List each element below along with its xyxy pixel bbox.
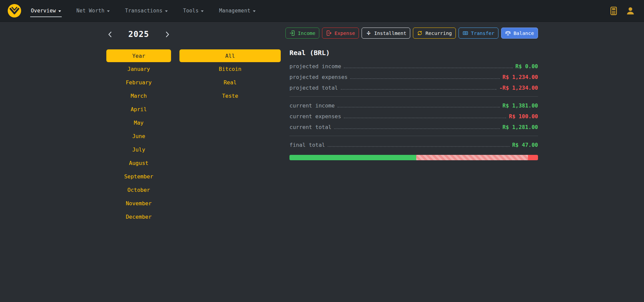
month-december[interactable]: December [106,210,171,223]
month-february[interactable]: February [106,76,171,89]
month-july[interactable]: July [106,143,171,156]
coin-logo-icon [7,4,21,18]
nav-net-worth[interactable]: Net Worth [76,4,110,17]
box-arrow-right-icon [326,30,332,36]
arrow-repeat-icon [417,30,423,36]
chevron-down-icon [253,10,256,12]
progress-income-segment [289,155,416,160]
dotted-leader [344,118,506,118]
summary-row-value: R$ 47.00 [512,142,538,148]
summary-row-value: R$ 1,234.00 [502,74,538,80]
divide-icon: ÷ [366,30,371,36]
chevron-down-icon [165,10,168,12]
account-item-teste[interactable]: Teste [179,89,281,102]
installment-button-label: Installment [374,31,406,36]
summary-row-label: projected expenses [289,74,347,80]
user-menu-button[interactable] [624,5,637,17]
nav-transactions-label: Transactions [125,8,163,14]
nav-management[interactable]: Management [218,4,256,17]
dotted-leader [350,78,500,79]
section-divider [289,136,538,136]
calculator-icon [609,6,618,15]
month-october[interactable]: October [106,183,171,197]
progress-over-segment [528,155,538,160]
chevron-right-icon [165,31,170,38]
user-icon [626,6,635,16]
summary-row-label: projected income [289,63,341,70]
summary-rows: projected income R$ 0.00 projected expen… [289,61,538,150]
summary-row-label: current income [289,102,335,109]
month-september[interactable]: September [106,170,171,183]
balance-button-label: Balance [514,31,534,36]
summary-row-value: R$ 1,281.00 [502,124,538,130]
summary-row-current-total: current total R$ 1,281.00 [289,122,538,132]
account-item-bitcoin[interactable]: Bitcoin [179,62,281,76]
summary-row-label: current expenses [289,113,341,120]
period-selector: 2025 Year January February March April M… [106,28,171,223]
installment-button[interactable]: ÷ Installment [362,28,410,39]
balance-button[interactable]: Balance [501,28,538,39]
previous-year-button[interactable] [106,31,113,38]
transaction-actions: Income Expense ÷ Installment [289,28,538,39]
month-june[interactable]: June [106,129,171,143]
chevron-down-icon [201,10,204,12]
next-year-button[interactable] [164,31,171,38]
nav-tools[interactable]: Tools [182,4,205,17]
dotted-leader [341,89,497,90]
expense-button[interactable]: Expense [322,28,359,39]
balance-scale-icon [505,30,511,36]
nav-management-label: Management [219,8,250,14]
recurring-button[interactable]: Recurring [413,28,456,39]
summary-row-current-income: current income R$ 1,381.00 [289,100,538,111]
summary-panel: Income Expense ÷ Installment [289,28,538,160]
summary-row-value: R$ 1,381.00 [502,102,538,109]
month-august[interactable]: August [106,156,171,170]
progress-expense-segment [416,155,528,160]
summary-row-final-total: final total R$ 47.00 [289,139,538,150]
summary-row-label: projected total [289,85,338,91]
income-button-label: Income [298,31,315,36]
dotted-leader [328,146,509,147]
all-accounts-button[interactable]: All [179,49,281,62]
chevron-down-icon [58,10,61,12]
month-january[interactable]: January [106,62,171,76]
month-november[interactable]: November [106,197,171,210]
income-button[interactable]: Income [285,28,319,39]
nav-overview[interactable]: Overview [30,4,62,17]
transfer-button[interactable]: Transfer [459,28,498,39]
box-arrow-in-right-icon [289,30,295,36]
dotted-leader [334,128,500,129]
month-march[interactable]: March [106,89,171,102]
summary-row-value: R$ 100.00 [509,113,538,120]
dotted-leader [344,68,513,68]
month-april[interactable]: April [106,102,171,116]
summary-row-projected-income: projected income R$ 0.00 [289,61,538,72]
section-divider [289,96,538,97]
cash-transfer-icon [463,30,468,36]
summary-row-current-expenses: current expenses R$ 100.00 [289,111,538,122]
recurring-button-label: Recurring [425,31,452,36]
summary-row-projected-expenses: projected expenses R$ 1,234.00 [289,72,538,82]
current-year: 2025 [128,30,149,39]
main-nav: Overview Net Worth Transactions Tools Ma… [30,4,256,17]
chevron-left-icon [108,31,112,38]
app-logo[interactable] [7,4,21,18]
budget-progress-bar [289,155,538,160]
calculator-button[interactable] [608,5,620,17]
year-filter-button[interactable]: Year [106,49,171,62]
summary-row-label: current total [289,124,331,130]
summary-row-value: -R$ 1,234.00 [499,85,538,91]
month-may[interactable]: May [106,116,171,129]
top-navbar: Overview Net Worth Transactions Tools Ma… [0,0,644,22]
nav-transactions[interactable]: Transactions [124,4,168,17]
account-selector: All Bitcoin Real Teste [179,49,281,102]
currency-summary-title: Real (BRL) [289,49,538,57]
summary-row-projected-total: projected total -R$ 1,234.00 [289,82,538,93]
dotted-leader [337,107,500,107]
nav-overview-label: Overview [31,8,56,14]
nav-net-worth-label: Net Worth [76,8,105,14]
year-navigator: 2025 [106,28,171,41]
summary-row-label: final total [289,142,325,148]
account-item-real[interactable]: Real [179,76,281,89]
chevron-down-icon [107,10,110,12]
